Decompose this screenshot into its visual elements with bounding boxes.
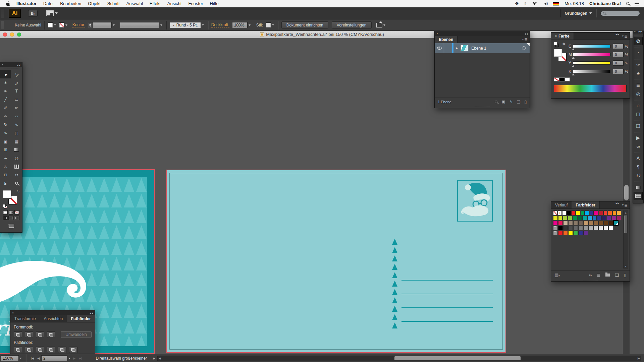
swatch-none[interactable] xyxy=(553,210,557,215)
grip[interactable] xyxy=(0,67,22,69)
menu-item-objekt[interactable]: Objekt xyxy=(85,1,104,6)
fill-dropdown[interactable] xyxy=(53,22,57,28)
menu-item-ansicht[interactable]: Ansicht xyxy=(164,1,185,6)
swatch[interactable] xyxy=(603,210,608,215)
ebenen-icon[interactable]: ❐ xyxy=(634,122,643,130)
magenta-value-input[interactable]: 0 xyxy=(613,52,624,57)
yellow-value-input[interactable]: 0 xyxy=(613,60,624,66)
grip[interactable] xyxy=(635,58,642,60)
bridge-button[interactable]: Br xyxy=(28,10,38,17)
swatch-libraries-button[interactable]: ▤▾ xyxy=(554,273,560,277)
grip[interactable] xyxy=(635,131,642,133)
search-input[interactable] xyxy=(600,11,640,16)
swatch[interactable] xyxy=(568,216,573,220)
grip[interactable] xyxy=(635,78,642,80)
pathfinder-icon[interactable]: ❏ xyxy=(634,110,643,118)
brush-definition[interactable]: Rund - 5 Pt. xyxy=(170,22,201,28)
new-swatch-button[interactable]: ❏ xyxy=(615,273,619,277)
verlauf-feld-icon[interactable] xyxy=(634,183,643,191)
tab-ausrichten[interactable]: Ausrichten xyxy=(40,315,67,322)
stroke-weight-link[interactable]: Kontur: xyxy=(72,23,86,27)
swatch-scrollbar[interactable]: ▲ ▼ xyxy=(623,210,628,268)
pencil-tool[interactable]: ✏ xyxy=(11,104,22,112)
swatch[interactable] xyxy=(588,221,593,225)
verlauf-icon[interactable]: ◔ xyxy=(634,49,643,57)
tab-farbfelder[interactable]: Farbfelder xyxy=(572,201,600,208)
swatch[interactable] xyxy=(558,221,563,225)
lock-toggle[interactable] xyxy=(444,43,452,53)
swatch[interactable] xyxy=(585,210,589,215)
slider-handle[interactable] xyxy=(572,47,575,50)
free-transform-tool[interactable]: ▢ xyxy=(11,129,22,137)
close-icon[interactable] xyxy=(436,32,438,35)
artboard-dropdown[interactable] xyxy=(67,355,71,361)
trim-button[interactable] xyxy=(25,347,33,353)
draw-normal-button[interactable] xyxy=(3,216,8,220)
next-artboard-button[interactable]: ▶ xyxy=(71,357,77,360)
bluetooth-icon[interactable]: ᛒ xyxy=(524,1,527,6)
swatch[interactable] xyxy=(578,221,583,225)
swatch[interactable] xyxy=(563,226,568,230)
menu-item-datei[interactable]: Datei xyxy=(40,1,57,6)
shape-builder-tool[interactable]: ▣ xyxy=(0,137,11,145)
tab-pathfinder[interactable]: Pathfinder xyxy=(67,315,95,322)
artboard-tool[interactable]: ⊡ xyxy=(0,171,11,179)
rotate-tool[interactable]: ↻ xyxy=(0,120,11,129)
transparenz-icon[interactable]: ◎ xyxy=(634,89,643,98)
swatch[interactable] xyxy=(563,221,568,225)
horizontal-scroll-thumb[interactable] xyxy=(394,356,521,360)
german-flag-icon[interactable] xyxy=(553,2,559,6)
swatch[interactable] xyxy=(576,210,580,215)
color-group-folder[interactable] xyxy=(553,226,558,230)
slider-handle[interactable] xyxy=(572,64,575,67)
divide-button[interactable] xyxy=(14,347,22,353)
column-graph-tool[interactable] xyxy=(11,162,22,171)
color-group-folder[interactable] xyxy=(553,231,558,235)
scroll-down-icon[interactable]: ▼ xyxy=(624,265,628,267)
aussehen-icon[interactable]: ◌ xyxy=(634,101,643,110)
swatch[interactable] xyxy=(599,210,603,215)
pinsel-icon[interactable]: ✑ xyxy=(634,60,643,69)
stroke-color-swatch[interactable] xyxy=(59,22,64,28)
style-swatch[interactable] xyxy=(266,22,271,28)
grip[interactable] xyxy=(635,119,642,121)
verknuepfungen-icon[interactable]: ∞ xyxy=(634,142,643,150)
clock[interactable]: Mo. 08:18 xyxy=(565,1,584,6)
slider-handle[interactable] xyxy=(572,55,575,59)
lasso-tool[interactable]: ℘ xyxy=(11,78,22,87)
opacity-dropdown[interactable] xyxy=(248,22,252,28)
white-swatch[interactable] xyxy=(565,77,570,81)
select-similar-button[interactable] xyxy=(376,22,386,28)
scroll-left-icon[interactable]: ◀ xyxy=(159,356,161,361)
variable-width-profile[interactable] xyxy=(120,22,159,28)
fill-proxy[interactable] xyxy=(3,190,11,199)
stroke-weight-input[interactable] xyxy=(92,22,112,28)
menu-item-fenster[interactable]: Fenster xyxy=(185,1,206,6)
kontur-icon[interactable]: ≣ xyxy=(634,81,643,89)
layer-row[interactable]: ▶ Ebene 1 xyxy=(435,43,530,53)
paintbrush-tool[interactable]: ✐ xyxy=(0,104,11,112)
artboard-number-input[interactable] xyxy=(41,355,67,361)
notification-center-icon[interactable] xyxy=(635,2,639,5)
panel-menu-icon[interactable] xyxy=(622,33,630,40)
black-swatch[interactable] xyxy=(559,77,565,81)
panel-menu-icon[interactable] xyxy=(622,201,630,208)
color-button[interactable] xyxy=(3,210,8,215)
swatch[interactable] xyxy=(617,216,622,220)
swatch[interactable] xyxy=(608,226,613,230)
farbfelder-icon[interactable] xyxy=(634,192,643,200)
magenta-slider[interactable] xyxy=(573,53,610,56)
zoom-dropdown[interactable] xyxy=(19,355,23,361)
swatch[interactable] xyxy=(581,210,585,215)
symbole-icon[interactable]: ♣ xyxy=(634,69,643,77)
resize-grip[interactable] xyxy=(551,279,630,282)
swatch[interactable] xyxy=(562,210,567,215)
blend-tool[interactable]: ◎ xyxy=(11,154,22,162)
magic-wand-tool[interactable]: ✶ xyxy=(0,78,11,87)
swatch[interactable] xyxy=(571,210,576,215)
blob-brush-tool[interactable]: ✑ xyxy=(0,112,11,120)
clipping-mask-icon[interactable]: ▣ xyxy=(501,100,505,104)
swatch[interactable] xyxy=(568,221,573,225)
swatch[interactable] xyxy=(594,210,598,215)
scale-tool[interactable]: ⇘ xyxy=(11,120,22,129)
